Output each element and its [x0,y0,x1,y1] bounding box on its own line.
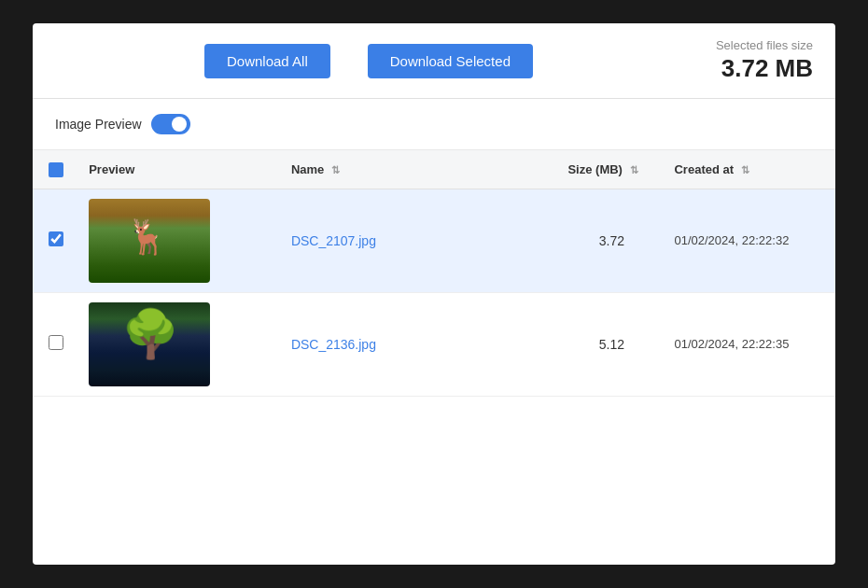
created-sort-icon: ⇅ [741,164,749,176]
selected-files-info: Selected files size 3.72 MB [682,38,813,83]
name-sort-icon: ⇅ [331,164,340,176]
size-sort-icon: ⇅ [630,164,638,176]
row2-preview-image [89,302,210,386]
header-name[interactable]: Name ⇅ [282,150,559,189]
main-container: Download All Download Selected Selected … [33,23,835,565]
header-preview: Preview [79,150,282,189]
row1-size-cell: 3.72 [558,189,665,292]
row2-checkbox[interactable] [49,335,63,350]
top-bar: Download All Download Selected Selected … [33,23,835,99]
row1-preview-image [89,199,210,283]
preview-toggle[interactable] [151,114,190,134]
header-size[interactable]: Size (MB) ⇅ [558,150,665,189]
selected-files-label: Selected files size [682,38,813,52]
header-created[interactable]: Created at ⇅ [665,150,835,189]
file-table-container: Preview Name ⇅ Size (MB) ⇅ Created at ⇅ [33,150,835,565]
header-checkbox-cell[interactable] [33,150,79,189]
row2-size-cell: 5.12 [558,292,665,396]
download-selected-button[interactable]: Download Selected [368,44,533,78]
row1-date-cell: 01/02/2024, 22:22:32 [665,189,835,292]
row2-name-cell: DSC_2136.jpg [282,292,559,396]
row1-checkbox[interactable] [49,231,63,246]
table-header-row: Preview Name ⇅ Size (MB) ⇅ Created at ⇅ [33,150,835,189]
download-all-button[interactable]: Download All [204,44,330,78]
file-table: Preview Name ⇅ Size (MB) ⇅ Created at ⇅ [33,150,835,397]
row2-checkbox-cell[interactable] [33,292,79,396]
preview-toggle-bar: Image Preview [33,99,835,150]
row1-file-link[interactable]: DSC_2107.jpg [291,233,376,248]
row1-checkbox-cell[interactable] [33,189,79,292]
table-row: DSC_2136.jpg 5.12 01/02/2024, 22:22:35 [33,292,835,396]
row1-name-cell: DSC_2107.jpg [282,189,559,292]
table-row: DSC_2107.jpg 3.72 01/02/2024, 22:22:32 [33,189,835,292]
preview-toggle-label: Image Preview [55,117,142,132]
row1-preview-cell [79,189,282,292]
row2-date-cell: 01/02/2024, 22:22:35 [665,292,835,396]
row2-preview-cell [79,292,282,396]
selected-size-value: 3.72 MB [682,54,813,83]
row2-file-link[interactable]: DSC_2136.jpg [291,337,376,352]
toggle-slider [151,114,190,134]
header-checkbox-icon[interactable] [49,162,63,177]
action-buttons: Download All Download Selected [55,44,682,78]
